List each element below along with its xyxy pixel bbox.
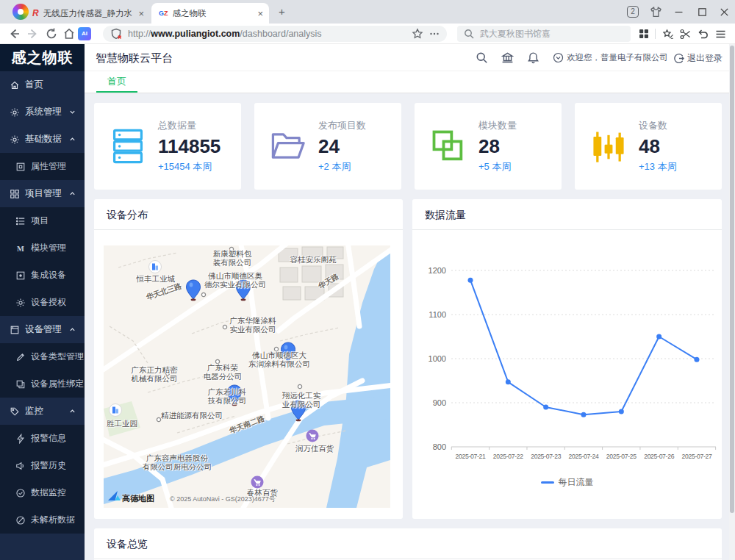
copy-icon bbox=[15, 379, 26, 390]
scrollbar-thumb[interactable] bbox=[730, 46, 734, 513]
window-maximize-button[interactable] bbox=[691, 0, 713, 24]
bookmark-star-icon[interactable] bbox=[412, 28, 423, 40]
panel-title: 设备分布 bbox=[94, 199, 403, 230]
ai-assistant-button[interactable]: AI bbox=[78, 27, 91, 40]
tab-home[interactable]: 首页 bbox=[96, 71, 137, 93]
screenshot-scissors-icon[interactable] bbox=[680, 29, 693, 42]
refresh-icon[interactable] bbox=[45, 27, 58, 40]
search-icon bbox=[464, 29, 474, 39]
sidebar-item-integrated-device[interactable]: 集成设备 bbox=[0, 262, 85, 289]
map-label: 翔远化工实 业有限公司 bbox=[282, 392, 321, 409]
organization-icon[interactable] bbox=[501, 51, 514, 64]
undo-icon[interactable] bbox=[698, 29, 711, 42]
welcome-user[interactable]: 欢迎您，普量电子有限公司 bbox=[553, 52, 668, 63]
notification-bell-icon[interactable] bbox=[527, 51, 539, 64]
map-label: 广东若川科 技有限公司 bbox=[208, 388, 247, 405]
svg-text:1000: 1000 bbox=[429, 354, 446, 363]
back-icon[interactable] bbox=[7, 27, 21, 40]
stat-label: 模块数量 bbox=[478, 119, 517, 132]
sidebar-item-device-type-mgmt[interactable]: 设备类型管理 bbox=[0, 343, 85, 370]
sidebar-item-project[interactable]: 项目 bbox=[0, 207, 85, 234]
url-text: http://www.puliangiot.com/dashboard/anal… bbox=[128, 29, 322, 39]
tab1-title: 无线压力传感器_静力水准仪 bbox=[43, 8, 133, 19]
chevron-down-icon bbox=[69, 109, 76, 115]
stat-delta: +15454 本周 bbox=[158, 160, 220, 173]
square-inner-icon bbox=[15, 162, 26, 172]
stat-delta: +5 本周 bbox=[478, 160, 517, 173]
theme-shirt-icon[interactable] bbox=[650, 6, 662, 18]
svg-text:2025-07-24: 2025-07-24 bbox=[569, 453, 599, 460]
logout-icon bbox=[673, 53, 684, 64]
dashboard-content: 总数据量 114855 +15454 本周 发布项目数 24 +2 本周 模块数… bbox=[85, 93, 735, 560]
stat-value: 28 bbox=[478, 135, 517, 158]
data-traffic-panel: 数据流量 8009001000110012002025-07-212025-07… bbox=[412, 199, 722, 519]
sidebar-item-device-attr-bind[interactable]: 设备属性绑定 bbox=[0, 370, 85, 398]
flash-icon bbox=[15, 434, 26, 444]
sidebar-item-alarm-history[interactable]: 报警历史 bbox=[0, 452, 85, 479]
traffic-chart-plot: 8009001000110012002025-07-212025-07-2220… bbox=[412, 230, 721, 473]
pen-icon bbox=[15, 352, 26, 362]
device-map[interactable]: 新康塑料包 装有限公司 容桂安乐阁苑 恒丰工业城 华天北三路 佛山市顺德区奥 德… bbox=[104, 245, 390, 508]
menu-icon[interactable] bbox=[715, 29, 728, 42]
home-icon bbox=[10, 80, 20, 90]
url-field[interactable]: http://www.puliangiot.com/dashboard/anal… bbox=[103, 26, 447, 42]
search-box[interactable]: 武大夏秋图书馆嘉 bbox=[457, 26, 631, 42]
browser-logo-icon[interactable] bbox=[12, 4, 29, 20]
sidebar-item-device-auth[interactable]: 设备授权 bbox=[0, 289, 85, 316]
stat-card-module-count: 模块数量 28 +5 本周 bbox=[415, 103, 562, 190]
sidebar-item-home[interactable]: 首页 bbox=[0, 71, 85, 98]
svg-text:2025-07-25: 2025-07-25 bbox=[606, 453, 637, 460]
welcome-text: 欢迎您，普量电子有限公司 bbox=[567, 52, 668, 63]
database-icon bbox=[109, 127, 147, 165]
logout-text: 退出登录 bbox=[687, 52, 723, 65]
stat-value: 48 bbox=[639, 135, 677, 158]
map-label: 润万佳百货 bbox=[295, 445, 334, 453]
map-label: 佛山市顺德区奥 德尔实业有限公司 bbox=[204, 272, 266, 289]
sidebar-item-unparsed-data[interactable]: 未解析数据 bbox=[0, 506, 85, 534]
forward-icon[interactable] bbox=[26, 27, 40, 40]
user-circle-icon bbox=[553, 52, 564, 63]
sidebar-item-device-mgmt[interactable]: 设备管理 bbox=[0, 316, 85, 343]
modules-icon bbox=[429, 127, 467, 165]
chevron-up-icon bbox=[69, 136, 76, 143]
svg-text:2025-07-21: 2025-07-21 bbox=[456, 453, 486, 460]
browser-tab-active[interactable]: GZ 感之物联 × bbox=[151, 3, 269, 24]
legend-line-icon bbox=[541, 481, 554, 484]
header-search-icon[interactable] bbox=[476, 51, 488, 64]
shield-warning-icon[interactable] bbox=[110, 28, 123, 40]
map-attribution: © 2025 AutoNavi - GS(2023)4677号 bbox=[170, 495, 276, 504]
app-logo[interactable]: 感之物联 bbox=[0, 44, 85, 71]
map-label: 恒丰工业城 bbox=[137, 275, 176, 284]
stat-card-published-projects: 发布项目数 24 +2 本周 bbox=[254, 103, 401, 190]
sidebar-item-monitor[interactable]: 监控 bbox=[0, 398, 85, 425]
sidebar-item-attribute-mgmt[interactable]: 属性管理 bbox=[0, 153, 85, 180]
tab1-close-icon[interactable]: × bbox=[138, 8, 144, 19]
logout-button[interactable]: 退出登录 bbox=[673, 52, 723, 65]
home-icon[interactable] bbox=[62, 27, 76, 40]
sidebar-item-alarm-info[interactable]: 报警信息 bbox=[0, 425, 85, 452]
tab-count-badge[interactable]: 2 bbox=[627, 6, 639, 18]
favorites-icon[interactable] bbox=[663, 29, 676, 42]
sidebar-item-basedata[interactable]: 基础数据 bbox=[0, 126, 85, 153]
chart-legend[interactable]: 每日流量 bbox=[412, 476, 722, 489]
sidebar-item-project-mgmt[interactable]: 项目管理 bbox=[0, 180, 85, 207]
toolbar-divider bbox=[655, 29, 656, 39]
sidebar-item-data-monitor[interactable]: 数据监控 bbox=[0, 479, 85, 506]
browser-tab-inactive[interactable]: R 无线压力传感器_静力水准仪 × bbox=[28, 3, 150, 24]
page-scrollbar[interactable] bbox=[729, 44, 735, 560]
window-minimize-button[interactable] bbox=[667, 0, 689, 24]
svg-text:2025-07-22: 2025-07-22 bbox=[493, 453, 523, 460]
stat-card-device-count: 设备数 48 +13 本周 bbox=[575, 103, 722, 190]
panel-title: 数据流量 bbox=[412, 199, 722, 230]
tag-icon bbox=[10, 406, 20, 417]
window-close-button[interactable] bbox=[713, 0, 735, 24]
sidebar-item-system[interactable]: 系统管理 bbox=[0, 98, 85, 126]
more-actions-icon[interactable] bbox=[429, 29, 440, 39]
new-tab-button[interactable]: + bbox=[276, 7, 287, 18]
browser-titlebar: R 无线压力传感器_静力水准仪 × GZ 感之物联 × + 2 bbox=[0, 0, 735, 24]
shopping-mall-icon bbox=[251, 476, 264, 489]
sidebar-item-module-mgmt[interactable]: M 模块管理 bbox=[0, 234, 85, 262]
tab2-close-icon[interactable]: × bbox=[257, 8, 263, 19]
folder-icon bbox=[269, 127, 307, 165]
apps-grid-icon[interactable] bbox=[639, 29, 652, 42]
